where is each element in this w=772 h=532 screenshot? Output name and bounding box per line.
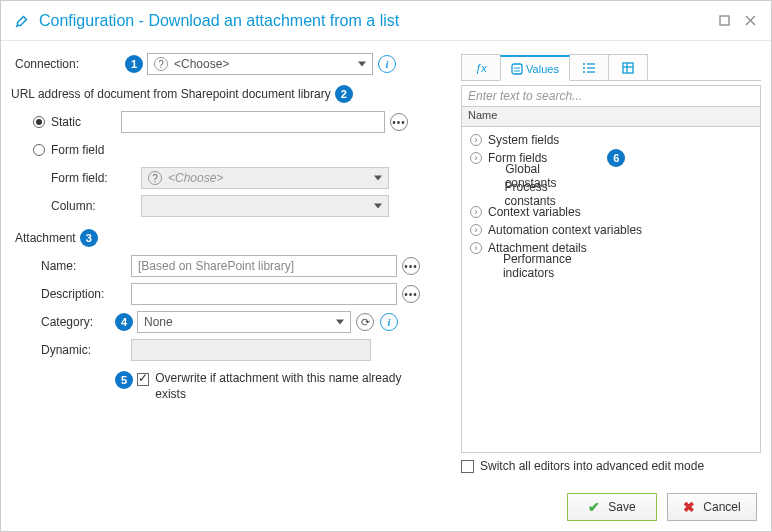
close-button[interactable] — [741, 12, 759, 30]
right-tabs: ƒx Values — [461, 53, 761, 81]
check-icon: ✔ — [588, 499, 600, 515]
ellipsis-icon: ••• — [402, 257, 420, 275]
column-label: Column: — [11, 199, 141, 213]
formfield-field-combo: ? <Choose> — [141, 167, 389, 189]
cancel-button-label: Cancel — [703, 500, 740, 514]
refresh-icon: ⟳ — [356, 313, 374, 331]
static-url-more-button[interactable]: ••• — [389, 112, 409, 132]
form-icon — [622, 62, 634, 74]
description-input[interactable] — [131, 283, 397, 305]
overwrite-checkbox[interactable]: Overwrite if attachment with this name a… — [137, 371, 417, 402]
switch-advanced-label: Switch all editors into advanced edit mo… — [480, 459, 704, 473]
search-placeholder: Enter text to search... — [468, 89, 582, 103]
svg-rect-12 — [623, 63, 633, 73]
tree-header-name: Name — [461, 107, 761, 127]
category-refresh-button[interactable]: ⟳ — [355, 312, 375, 332]
badge-4: 4 — [115, 313, 133, 331]
badge-3: 3 — [80, 229, 98, 247]
description-label: Description: — [11, 287, 131, 301]
config-window: Configuration - Download an attachment f… — [0, 0, 772, 532]
category-combo[interactable]: None — [137, 311, 351, 333]
attachment-label: Attachment — [11, 231, 76, 245]
cancel-icon: ✖ — [683, 499, 695, 515]
svg-rect-3 — [512, 64, 522, 74]
left-panel: Connection: 1 ? <Choose> i URL address o… — [11, 53, 455, 479]
expand-icon: › — [470, 134, 482, 146]
dynamic-label: Dynamic: — [11, 343, 131, 357]
badge-6: 6 — [607, 149, 625, 167]
expand-icon: › — [470, 152, 482, 164]
radio-icon — [33, 144, 45, 156]
category-combo-value: None — [144, 315, 173, 329]
right-panel: ƒx Values Enter text to search... Name ›… — [461, 53, 761, 479]
fx-icon: ƒx — [475, 62, 487, 74]
tree-node-system-fields[interactable]: ›System fields — [464, 131, 758, 149]
values-icon — [511, 63, 523, 75]
info-icon: i — [378, 55, 396, 73]
formfield-radio-wrap[interactable]: Form field — [11, 143, 121, 157]
name-more-button[interactable]: ••• — [401, 256, 421, 276]
help-icon: ? — [148, 171, 162, 185]
footer: ✔ Save ✖ Cancel — [1, 483, 771, 531]
values-tree[interactable]: ›System fields ›Form fields 6 Global con… — [461, 127, 761, 453]
tree-node-performance[interactable]: Performance indicators — [464, 257, 574, 275]
tab-values[interactable]: Values — [500, 55, 570, 81]
formfield-combo-placeholder: <Choose> — [168, 171, 223, 185]
checkbox-icon — [137, 373, 149, 386]
tab-list[interactable] — [569, 54, 609, 80]
cancel-button[interactable]: ✖ Cancel — [667, 493, 757, 521]
save-button[interactable]: ✔ Save — [567, 493, 657, 521]
chevron-down-icon — [374, 204, 382, 209]
list-icon — [582, 62, 596, 74]
tree-node-context-vars[interactable]: ›Context variables — [464, 203, 758, 221]
url-section-label: URL address of document from Sharepoint … — [11, 87, 331, 101]
badge-5: 5 — [115, 371, 133, 389]
static-radio-label: Static — [51, 115, 81, 129]
tab-values-label: Values — [526, 63, 559, 75]
ellipsis-icon: ••• — [390, 113, 408, 131]
maximize-button[interactable] — [715, 12, 733, 30]
category-info-button[interactable]: i — [379, 312, 399, 332]
search-input[interactable]: Enter text to search... — [461, 85, 761, 107]
category-label-wrap: Category: — [11, 315, 111, 329]
connection-info-button[interactable]: i — [377, 54, 397, 74]
help-icon: ? — [154, 57, 168, 71]
tree-node-auto-context-vars[interactable]: ›Automation context variables — [464, 221, 758, 239]
connection-combo[interactable]: ? <Choose> — [147, 53, 373, 75]
tab-fx[interactable]: ƒx — [461, 54, 501, 80]
checkbox-icon — [461, 460, 474, 473]
titlebar: Configuration - Download an attachment f… — [1, 1, 771, 41]
radio-icon — [33, 116, 45, 128]
expand-icon: › — [470, 242, 482, 254]
info-icon: i — [380, 313, 398, 331]
chevron-down-icon — [336, 320, 344, 325]
formfield-radio-label: Form field — [51, 143, 104, 157]
svg-rect-0 — [720, 16, 729, 25]
expand-icon: › — [470, 224, 482, 236]
switch-advanced-checkbox[interactable]: Switch all editors into advanced edit mo… — [461, 459, 704, 473]
static-url-input[interactable] — [121, 111, 385, 133]
tree-node-process-constants[interactable]: Process constants — [464, 185, 574, 203]
name-label: Name: — [11, 259, 131, 273]
static-radio-wrap[interactable]: Static — [11, 115, 121, 129]
formfield-field-label: Form field: — [11, 171, 141, 185]
tab-form[interactable] — [608, 54, 648, 80]
chevron-down-icon — [374, 176, 382, 181]
column-combo — [141, 195, 389, 217]
tools-icon — [13, 12, 31, 30]
save-button-label: Save — [608, 500, 635, 514]
description-more-button[interactable]: ••• — [401, 284, 421, 304]
badge-2: 2 — [335, 85, 353, 103]
window-title: Configuration - Download an attachment f… — [39, 12, 707, 30]
expand-icon: › — [470, 206, 482, 218]
connection-combo-value: <Choose> — [174, 57, 229, 71]
overwrite-label: Overwrite if attachment with this name a… — [155, 371, 417, 402]
badge-1: 1 — [125, 55, 143, 73]
category-label: Category: — [41, 315, 93, 329]
chevron-down-icon — [358, 62, 366, 67]
name-input[interactable]: [Based on SharePoint library] — [131, 255, 397, 277]
ellipsis-icon: ••• — [402, 285, 420, 303]
dynamic-input — [131, 339, 371, 361]
name-placeholder: [Based on SharePoint library] — [138, 259, 294, 273]
connection-label: Connection: — [11, 57, 121, 71]
